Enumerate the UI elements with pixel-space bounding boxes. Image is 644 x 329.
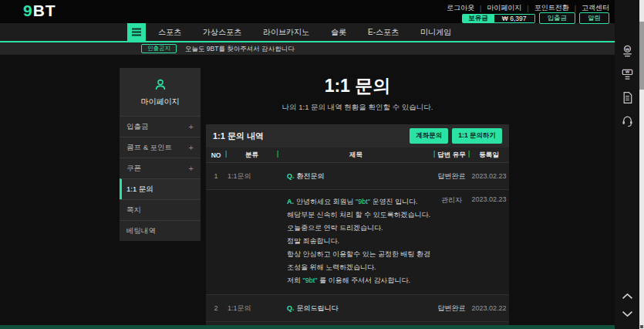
page-title: 1:1 문의 — [206, 74, 509, 98]
sidebar-item-inquiry[interactable]: 1:1 문의 — [120, 178, 201, 199]
deposit-icon[interactable]: ₩ — [620, 44, 635, 59]
answer-line: 조성을 위해 노력하겠습니다. — [287, 261, 509, 274]
row-status: 답변완료 — [434, 171, 469, 181]
support-icon[interactable] — [620, 114, 635, 128]
panel-title: 1:1 문의 내역 — [213, 131, 406, 142]
inquiry-page: 1:1 문의 나의 1:1 문의 내역 현황을 확인할 수 있습니다. 1:1 … — [206, 68, 509, 329]
brand-name: "9bt" — [356, 198, 370, 205]
plus-icon: + — [189, 143, 194, 152]
sidebar-item-label: 콤프 & 포인트 — [126, 143, 172, 153]
brand-name: "9bt" — [303, 276, 318, 284]
row-title-text: 환전문의 — [297, 172, 325, 180]
sidebar-item-deposit[interactable]: 입출금 + — [120, 116, 201, 137]
deposit-withdraw-button[interactable]: 입출금 — [539, 12, 576, 24]
notice-bar: 인출공지 오늘도 9BT를 찾아주셔서 감사합니다 — [0, 42, 615, 55]
row-title: Q.문의드립니다 — [278, 304, 434, 314]
row-category: 1:1문의 — [226, 171, 278, 181]
nav-item-minigame[interactable]: 미니게임 — [420, 27, 451, 38]
column-no: NO — [206, 151, 226, 159]
answer-text: 안녕하세요 회원님 — [296, 198, 356, 205]
footer-accent-strip — [0, 325, 615, 329]
withdrawal-icon[interactable]: ₩ — [620, 67, 635, 82]
sidebar-item-comp-points[interactable]: 콤프 & 포인트 + — [120, 137, 201, 158]
answer-text: 저희 — [287, 276, 303, 284]
row-category: 1:1문의 — [226, 304, 278, 314]
new-inquiry-button[interactable]: 1:1 문의하기 — [452, 128, 502, 144]
row-date: 2023.02.22 — [469, 304, 509, 312]
column-date: |등록일 — [469, 151, 509, 160]
alarm-button[interactable]: 알림 — [579, 12, 609, 24]
sidebar-item-message[interactable]: 쪽지 — [120, 199, 201, 220]
answer-line: 오늘중으로 연락 드리겠습니다. — [287, 222, 509, 235]
column-label: 제목 — [349, 151, 362, 158]
main-navbar: 스포츠 가상스포츠 라이브카지노 슬롯 E-스포츠 미니게임 — [0, 23, 615, 42]
logo-accent: 9 — [23, 2, 33, 19]
page-scrollbar[interactable] — [639, 0, 644, 329]
svg-text:₩: ₩ — [625, 70, 629, 74]
scroll-buttons — [615, 292, 639, 318]
column-status: |답변 유무 — [434, 151, 469, 160]
row-title: Q.환전문의 — [278, 171, 434, 181]
nav-item-slots[interactable]: 슬롯 — [331, 27, 346, 38]
chevron-down-icon[interactable] — [621, 310, 634, 318]
plus-icon: + — [189, 122, 194, 131]
nav-item-esports[interactable]: E-스포츠 — [368, 27, 399, 38]
account-inquiry-button[interactable]: 계좌문의 — [410, 128, 448, 144]
scrollbar-end-arrow[interactable] — [640, 325, 643, 328]
row-no: 1 — [206, 172, 226, 180]
answer-block: A.안녕하세요 회원님 "9bt" 운영진 입니다. 해당부분 신속히 처리 할… — [206, 190, 509, 295]
column-label: 답변 유무 — [437, 151, 465, 158]
column-category: |분류 — [226, 151, 278, 160]
account-buttons: 보유금 ₩ 6,397 입출금 알림 — [462, 12, 609, 24]
row-date: 2023.02.23 — [469, 172, 509, 180]
inquiry-panel: 1:1 문의 내역 계좌문의 1:1 문의하기 NO |분류 |제목 |답변 유… — [206, 124, 509, 329]
sidebar-item-label: 쿠폰 — [126, 164, 141, 174]
column-separator: | — [277, 150, 278, 158]
answer-text: 를 이용해 주셔서 감사합니다. — [317, 276, 410, 284]
sidebar-item-betting-history[interactable]: 베팅내역 — [120, 220, 201, 241]
sidebar-header: 마이페이지 — [120, 68, 201, 116]
page-subtitle: 나의 1:1 문의 내역 현황을 확인할 수 있습니다. — [206, 103, 509, 113]
nav-item-virtual-sports[interactable]: 가상스포츠 — [203, 27, 241, 38]
logo-rest: BT — [33, 2, 56, 19]
quick-icons: ₩ ₩ — [615, 44, 639, 128]
nav-item-live-casino[interactable]: 라이브카지노 — [263, 27, 309, 38]
a-marker: A. — [287, 198, 294, 205]
panel-header: 1:1 문의 내역 계좌문의 1:1 문의하기 — [206, 124, 509, 148]
notice-message: 오늘도 9BT를 찾아주셔서 감사합니다 — [185, 45, 295, 54]
right-toolbar: ₩ ₩ — [615, 0, 639, 329]
row-no: 2 — [206, 304, 226, 312]
sidebar-item-coupon[interactable]: 쿠폰 + — [120, 158, 201, 178]
q-marker: Q. — [287, 304, 295, 312]
person-icon — [153, 77, 168, 93]
hamburger-icon — [131, 28, 142, 36]
row-status: 답변완료 — [434, 304, 469, 314]
scrollbar-thumb[interactable] — [639, 22, 644, 90]
brand-logo[interactable]: 9BT — [23, 2, 56, 20]
answer-text: 운영진 입니다. — [370, 198, 418, 205]
nav-item-sports[interactable]: 스포츠 — [158, 27, 181, 38]
answer-date: 2023.02.23 — [469, 195, 509, 203]
q-marker: Q. — [287, 172, 295, 180]
row-title-text: 문의드립니다 — [297, 304, 339, 312]
table-row[interactable]: 1 1:1문의 Q.환전문의 답변완료 2023.02.23 — [206, 163, 509, 190]
answer-line: 항상 안심하고 이용할수 있는 공정한 배팅 환경 — [287, 248, 509, 261]
menu-button[interactable] — [127, 23, 146, 41]
chevron-up-icon[interactable] — [621, 292, 634, 300]
table-header: NO |분류 |제목 |답변 유무 |등록일 — [206, 148, 509, 163]
mypage-sidebar: 마이페이지 입출금 + 콤프 & 포인트 + 쿠폰 + 1:1 문의 쪽지 베팅… — [120, 68, 201, 241]
column-separator: | — [433, 150, 435, 158]
balance-value: ₩ 6,397 — [494, 14, 535, 23]
sidebar-item-label: 1:1 문의 — [126, 185, 153, 195]
column-label: 등록일 — [479, 151, 499, 158]
balance-chip[interactable]: 보유금 ₩ 6,397 — [462, 12, 534, 24]
table-row[interactable]: 2 1:1문의 Q.문의드립니다 답변완료 2023.02.22 — [206, 295, 509, 322]
answer-line: 정말 죄송합니다. — [287, 235, 509, 248]
notice-badge[interactable]: 인출공지 — [141, 44, 177, 53]
answer-line: 해당부분 신속히 처리 할 수 있도록하겠습니다. — [287, 209, 509, 222]
link-separator: | — [480, 5, 481, 12]
link-separator: | — [575, 5, 576, 12]
document-icon[interactable] — [620, 90, 635, 105]
sidebar-title: 마이페이지 — [141, 97, 180, 107]
link-separator: | — [527, 5, 528, 12]
